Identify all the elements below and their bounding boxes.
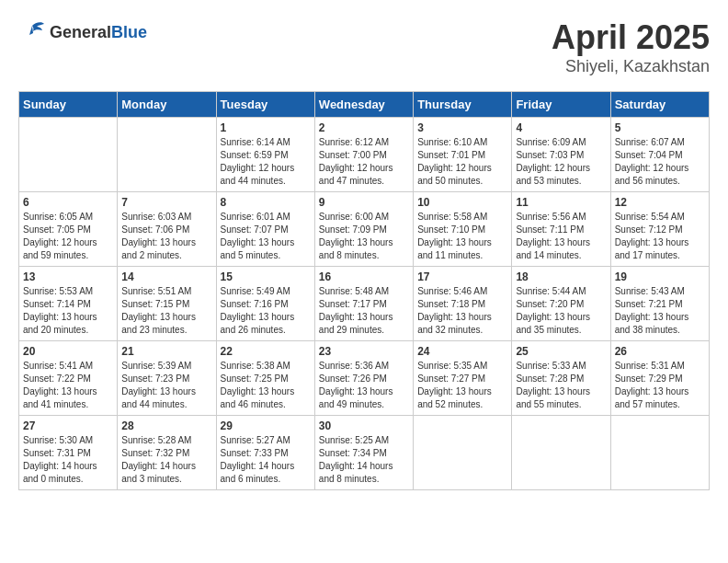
month-title: April 2025 [552, 18, 710, 57]
calendar-cell: 29Sunrise: 5:27 AM Sunset: 7:33 PM Dayli… [216, 416, 314, 490]
day-number: 22 [221, 345, 311, 358]
calendar-cell: 5Sunrise: 6:07 AM Sunset: 7:04 PM Daylig… [610, 118, 709, 192]
calendar-cell: 3Sunrise: 6:10 AM Sunset: 7:01 PM Daylig… [414, 118, 512, 192]
day-info: Sunrise: 5:35 AM Sunset: 7:27 PM Dayligh… [417, 360, 507, 411]
day-info: Sunrise: 6:05 AM Sunset: 7:05 PM Dayligh… [23, 211, 113, 262]
weekday-header-row: SundayMondayTuesdayWednesdayThursdayFrid… [19, 92, 710, 118]
calendar-cell: 22Sunrise: 5:38 AM Sunset: 7:25 PM Dayli… [216, 341, 314, 416]
calendar-cell: 7Sunrise: 6:03 AM Sunset: 7:06 PM Daylig… [118, 192, 216, 267]
day-info: Sunrise: 6:01 AM Sunset: 7:07 PM Dayligh… [221, 211, 311, 262]
weekday-header-wednesday: Wednesday [314, 92, 413, 118]
day-info: Sunrise: 6:00 AM Sunset: 7:09 PM Dayligh… [319, 211, 409, 262]
day-number: 3 [417, 121, 507, 134]
header: GeneralBlue April 2025 Shiyeli, Kazakhst… [18, 18, 710, 76]
calendar-cell: 8Sunrise: 6:01 AM Sunset: 7:07 PM Daylig… [216, 192, 314, 267]
logo-general: GeneralBlue [50, 24, 147, 41]
logo: GeneralBlue [18, 18, 147, 46]
week-row-4: 20Sunrise: 5:41 AM Sunset: 7:22 PM Dayli… [19, 341, 710, 416]
day-number: 27 [23, 419, 113, 432]
week-row-1: 1Sunrise: 6:14 AM Sunset: 6:59 PM Daylig… [19, 118, 710, 192]
calendar-cell: 23Sunrise: 5:36 AM Sunset: 7:26 PM Dayli… [314, 341, 413, 416]
day-number: 13 [23, 270, 113, 283]
calendar-cell [610, 416, 709, 490]
day-info: Sunrise: 5:41 AM Sunset: 7:22 PM Dayligh… [23, 360, 113, 411]
weekday-header-monday: Monday [118, 92, 216, 118]
day-number: 19 [615, 270, 705, 283]
day-number: 5 [615, 121, 705, 134]
calendar-cell: 4Sunrise: 6:09 AM Sunset: 7:03 PM Daylig… [512, 118, 610, 192]
calendar-cell: 28Sunrise: 5:28 AM Sunset: 7:32 PM Dayli… [118, 416, 216, 490]
day-info: Sunrise: 5:44 AM Sunset: 7:20 PM Dayligh… [516, 285, 606, 337]
day-number: 29 [221, 419, 311, 432]
day-number: 11 [516, 196, 606, 209]
day-info: Sunrise: 5:39 AM Sunset: 7:23 PM Dayligh… [121, 360, 211, 411]
day-info: Sunrise: 5:27 AM Sunset: 7:33 PM Dayligh… [221, 434, 311, 486]
day-info: Sunrise: 5:33 AM Sunset: 7:28 PM Dayligh… [516, 360, 606, 411]
calendar-table: SundayMondayTuesdayWednesdayThursdayFrid… [18, 91, 710, 490]
day-number: 23 [319, 345, 409, 358]
day-info: Sunrise: 5:36 AM Sunset: 7:26 PM Dayligh… [319, 360, 409, 411]
day-number: 4 [516, 121, 606, 134]
day-info: Sunrise: 6:12 AM Sunset: 7:00 PM Dayligh… [319, 136, 409, 188]
weekday-header-friday: Friday [512, 92, 610, 118]
calendar-cell: 12Sunrise: 5:54 AM Sunset: 7:12 PM Dayli… [610, 192, 709, 267]
calendar-cell: 19Sunrise: 5:43 AM Sunset: 7:21 PM Dayli… [610, 267, 709, 341]
day-info: Sunrise: 5:28 AM Sunset: 7:32 PM Dayligh… [121, 434, 211, 486]
day-number: 21 [121, 345, 211, 358]
calendar-cell: 13Sunrise: 5:53 AM Sunset: 7:14 PM Dayli… [19, 267, 118, 341]
calendar-cell [118, 118, 216, 192]
day-number: 25 [516, 345, 606, 358]
day-number: 17 [417, 270, 507, 283]
calendar-cell: 27Sunrise: 5:30 AM Sunset: 7:31 PM Dayli… [19, 416, 118, 490]
calendar-cell: 25Sunrise: 5:33 AM Sunset: 7:28 PM Dayli… [512, 341, 610, 416]
calendar-cell: 20Sunrise: 5:41 AM Sunset: 7:22 PM Dayli… [19, 341, 118, 416]
day-number: 9 [319, 196, 409, 209]
day-info: Sunrise: 5:30 AM Sunset: 7:31 PM Dayligh… [23, 434, 113, 486]
calendar-cell: 24Sunrise: 5:35 AM Sunset: 7:27 PM Dayli… [414, 341, 512, 416]
day-info: Sunrise: 6:14 AM Sunset: 6:59 PM Dayligh… [221, 136, 311, 188]
day-number: 7 [121, 196, 211, 209]
day-number: 15 [221, 270, 311, 283]
day-number: 8 [221, 196, 311, 209]
calendar-cell: 18Sunrise: 5:44 AM Sunset: 7:20 PM Dayli… [512, 267, 610, 341]
day-number: 24 [417, 345, 507, 358]
day-number: 1 [221, 121, 311, 134]
weekday-header-tuesday: Tuesday [216, 92, 314, 118]
calendar-cell: 6Sunrise: 6:05 AM Sunset: 7:05 PM Daylig… [19, 192, 118, 267]
week-row-5: 27Sunrise: 5:30 AM Sunset: 7:31 PM Dayli… [19, 416, 710, 490]
calendar-cell: 26Sunrise: 5:31 AM Sunset: 7:29 PM Dayli… [610, 341, 709, 416]
day-number: 14 [121, 270, 211, 283]
calendar-cell: 30Sunrise: 5:25 AM Sunset: 7:34 PM Dayli… [314, 416, 413, 490]
day-number: 2 [319, 121, 409, 134]
day-number: 28 [121, 419, 211, 432]
title-area: April 2025 Shiyeli, Kazakhstan [552, 18, 710, 76]
day-number: 10 [417, 196, 507, 209]
day-info: Sunrise: 5:31 AM Sunset: 7:29 PM Dayligh… [615, 360, 705, 411]
weekday-header-thursday: Thursday [414, 92, 512, 118]
day-info: Sunrise: 5:56 AM Sunset: 7:11 PM Dayligh… [516, 211, 606, 262]
day-number: 12 [615, 196, 705, 209]
day-info: Sunrise: 6:10 AM Sunset: 7:01 PM Dayligh… [417, 136, 507, 188]
day-info: Sunrise: 6:03 AM Sunset: 7:06 PM Dayligh… [121, 211, 211, 262]
day-number: 30 [319, 419, 409, 432]
day-info: Sunrise: 5:38 AM Sunset: 7:25 PM Dayligh… [221, 360, 311, 411]
day-info: Sunrise: 5:51 AM Sunset: 7:15 PM Dayligh… [121, 285, 211, 337]
day-number: 16 [319, 270, 409, 283]
calendar-cell: 14Sunrise: 5:51 AM Sunset: 7:15 PM Dayli… [118, 267, 216, 341]
day-number: 18 [516, 270, 606, 283]
day-info: Sunrise: 6:09 AM Sunset: 7:03 PM Dayligh… [516, 136, 606, 188]
day-info: Sunrise: 5:25 AM Sunset: 7:34 PM Dayligh… [319, 434, 409, 486]
location-title: Shiyeli, Kazakhstan [552, 57, 710, 76]
week-row-3: 13Sunrise: 5:53 AM Sunset: 7:14 PM Dayli… [19, 267, 710, 341]
calendar-cell: 10Sunrise: 5:58 AM Sunset: 7:10 PM Dayli… [414, 192, 512, 267]
day-number: 6 [23, 196, 113, 209]
calendar-cell: 2Sunrise: 6:12 AM Sunset: 7:00 PM Daylig… [314, 118, 413, 192]
day-info: Sunrise: 5:49 AM Sunset: 7:16 PM Dayligh… [221, 285, 311, 337]
calendar-cell: 15Sunrise: 5:49 AM Sunset: 7:16 PM Dayli… [216, 267, 314, 341]
weekday-header-saturday: Saturday [610, 92, 709, 118]
day-info: Sunrise: 5:43 AM Sunset: 7:21 PM Dayligh… [615, 285, 705, 337]
day-info: Sunrise: 5:54 AM Sunset: 7:12 PM Dayligh… [615, 211, 705, 262]
week-row-2: 6Sunrise: 6:05 AM Sunset: 7:05 PM Daylig… [19, 192, 710, 267]
calendar-cell: 1Sunrise: 6:14 AM Sunset: 6:59 PM Daylig… [216, 118, 314, 192]
calendar-cell: 16Sunrise: 5:48 AM Sunset: 7:17 PM Dayli… [314, 267, 413, 341]
